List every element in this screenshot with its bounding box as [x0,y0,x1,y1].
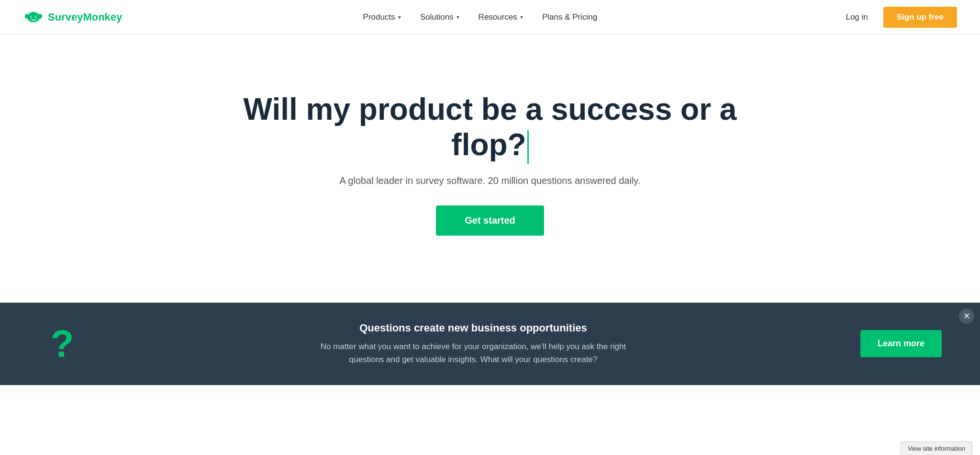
nav-link-solutions[interactable]: Solutions ▾ [412,9,468,26]
signup-button[interactable]: Sign up free [883,7,957,28]
nav-item-products[interactable]: Products ▾ [355,9,410,26]
nav-item-plans[interactable]: Plans & Pricing [534,9,606,26]
get-started-button[interactable]: Get started [436,205,544,236]
close-banner-button[interactable]: ✕ [959,308,974,324]
banner-title: Questions create new business opportunit… [115,322,832,334]
learn-more-button[interactable]: Learn more [860,330,942,357]
brand-name: SurveyMonkey [48,11,122,23]
svg-point-4 [36,16,37,17]
hero-subtitle: A global leader in survey software. 20 m… [340,175,641,186]
banner-content: Questions create new business opportunit… [86,322,860,366]
nav-item-resources[interactable]: Resources ▾ [470,9,532,26]
svg-point-3 [31,16,32,17]
promo-banner: ? Questions create new business opportun… [0,303,980,385]
question-mark-icon: ? [38,325,86,363]
hero-title: Will my product be a success or a flop? [227,92,753,164]
hero-section: Will my product be a success or a flop? … [0,34,980,303]
chevron-down-icon: ▾ [457,14,459,21]
banner-body: No matter what you want to achieve for y… [306,340,641,366]
svg-point-6 [38,14,42,19]
svg-point-5 [25,14,29,19]
promo-banner-wrapper: ? Questions create new business opportun… [0,303,980,385]
nav-actions: Log in Sign up free [838,7,957,28]
chevron-down-icon: ▾ [398,14,401,21]
nav-links: Products ▾ Solutions ▾ Resources ▾ Plans… [355,9,606,26]
cursor-indicator [527,130,529,164]
login-button[interactable]: Log in [838,9,875,26]
chevron-down-icon: ▾ [520,14,523,21]
nav-item-solutions[interactable]: Solutions ▾ [412,9,468,26]
nav-link-resources[interactable]: Resources ▾ [470,9,532,26]
logo-link[interactable]: SurveyMonkey [23,9,122,26]
nav-link-products[interactable]: Products ▾ [355,9,410,26]
nav-link-plans[interactable]: Plans & Pricing [534,9,606,26]
main-nav: SurveyMonkey Products ▾ Solutions ▾ Reso… [0,0,980,34]
